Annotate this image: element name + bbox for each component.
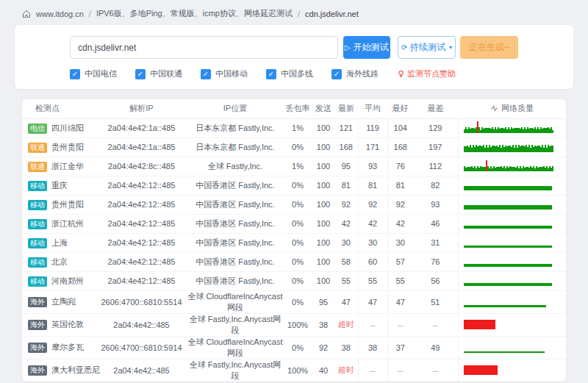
cell-node: 移动浙江杭州: [22, 214, 96, 233]
cell-sent: 40: [312, 359, 334, 382]
cell-average: 55: [358, 271, 387, 290]
checkbox-checked-icon: ✓: [70, 69, 80, 79]
cell-ip-location: 中国香港区 Fastly,Inc.: [187, 176, 283, 195]
isp-badge: 移动: [28, 257, 47, 268]
cell-network-quality: [458, 336, 566, 359]
cell-worst: 93: [413, 195, 458, 214]
cell-average: 171: [358, 137, 387, 157]
table-header-row: 检测点解析IPIP位置丢包率发送最新平均最好最差网络质量: [22, 99, 566, 118]
filter-checkbox-0[interactable]: ✓中国电信: [70, 68, 117, 79]
cell-resolved-ip: 2a04:4e42:12::485: [96, 271, 187, 290]
generating-button[interactable]: 正在生成--: [460, 36, 518, 59]
cell-average: 119: [358, 118, 387, 137]
column-header-7: 最好: [387, 99, 413, 118]
table-row: 电信四川绵阳2a04:4e42:1a::485日本东京都 Fastly,Inc.…: [22, 118, 566, 137]
table-row: 联通贵州贵阳2a04:4e42:1a::485日本东京都 Fastly,Inc.…: [22, 137, 566, 157]
node-city: 浙江金华: [51, 162, 84, 171]
node-city: 四川绵阳: [51, 124, 84, 132]
cell-node: 移动河南郑州: [22, 271, 96, 290]
cell-sent: 100: [312, 137, 334, 157]
breadcrumb-category-link[interactable]: IPV6版、多地Ping、常规版、icmp协议、网络延迟测试: [96, 8, 293, 19]
sponsor-icon: [397, 70, 405, 78]
cell-best: 168: [387, 137, 413, 157]
table-row: 联通浙江金华2a04:4e42:8c::485全球 Fastly,Inc.1%1…: [22, 157, 566, 176]
cell-worst: --: [413, 313, 458, 336]
cell-ip-location: 全球 CloudflareIncAnycast网段: [187, 336, 283, 359]
filter-label: 中国联通: [150, 68, 182, 79]
cell-network-quality: [458, 176, 566, 195]
filter-checkbox-4[interactable]: ✓海外线路: [331, 68, 379, 79]
cell-node: 海外摩尔多瓦: [22, 336, 96, 359]
cell-latest: 92: [334, 195, 358, 214]
cell-network-quality: [458, 271, 566, 290]
cell-packet-loss: 0%: [283, 137, 312, 157]
sponsor-label: 监测节点赞助: [407, 68, 456, 79]
column-header-3: 丢包率: [283, 99, 312, 118]
filter-label: 中国多线: [281, 68, 313, 79]
cell-network-quality: [458, 118, 566, 137]
cell-resolved-ip: 2a04:4e42::485: [96, 359, 187, 382]
table-row: 移动河南郑州2a04:4e42:12::485中国香港区 Fastly,Inc.…: [22, 271, 566, 290]
node-city: 摩尔多瓦: [51, 343, 84, 351]
cell-average: 60: [358, 252, 387, 271]
network-quality-sparkline: [464, 140, 558, 154]
table-row: 海外英国伦敦2a04:4e42::485全球 Fastly,Inc.Anycas…: [22, 313, 566, 336]
cell-best: --: [387, 359, 413, 382]
cell-packet-loss: 0%: [283, 336, 312, 359]
cell-sent: 95: [312, 290, 334, 313]
cell-worst: 129: [413, 118, 458, 137]
chevron-down-icon: ▾: [449, 44, 452, 51]
cell-sent: 100: [312, 233, 334, 252]
column-header-0: 检测点: [22, 99, 96, 118]
cell-resolved-ip: 2a04:4e42:12::485: [96, 252, 187, 271]
network-quality-sparkline: [464, 296, 558, 309]
cell-ip-location: 全球 Fastly,Inc.Anycast网段: [187, 313, 283, 336]
cell-resolved-ip: 2a04:4e42:12::485: [96, 176, 187, 195]
cell-packet-loss: 0%: [283, 252, 312, 271]
cell-node: 海外英国伦敦: [22, 313, 96, 336]
continuous-test-button[interactable]: ⟳ 持续测试 ▾: [398, 36, 456, 59]
checkbox-checked-icon: ✓: [266, 69, 276, 79]
cell-worst: 197: [413, 137, 458, 157]
filter-label: 中国电信: [85, 68, 117, 79]
table-row: 移动北京2a04:4e42:12::485中国香港区 Fastly,Inc.0%…: [22, 252, 566, 271]
isp-badge: 移动: [28, 219, 47, 229]
cell-latest: 42: [334, 214, 358, 233]
filter-checkbox-3[interactable]: ✓中国多线: [266, 68, 313, 79]
breadcrumb-home-link[interactable]: www.itdog.cn: [36, 10, 84, 18]
cell-network-quality: [458, 195, 566, 214]
cell-node: 联通浙江金华: [22, 157, 96, 176]
isp-badge: 移动: [28, 276, 47, 287]
cell-sent: 92: [312, 336, 334, 359]
cell-best: 76: [387, 157, 413, 176]
isp-badge: 移动: [28, 238, 47, 248]
cell-worst: 76: [413, 252, 458, 271]
table-row: 海外澳大利亚悉尼2a04:4e42::485全球 Fastly,Inc.Anyc…: [22, 359, 566, 382]
filter-checkbox-1[interactable]: ✓中国联通: [135, 68, 182, 79]
cell-resolved-ip: 2a04:4e42:8c::485: [96, 157, 187, 176]
cell-network-quality: [458, 137, 566, 157]
start-test-button[interactable]: ▷ 开始测试: [343, 36, 390, 59]
cell-packet-loss: 1%: [283, 118, 312, 137]
cell-best: 104: [387, 118, 413, 137]
cell-sent: 100: [312, 157, 334, 176]
network-quality-sparkline: [464, 341, 558, 354]
table-row: 海外立陶宛2606:4700::6810:5514全球 CloudflareIn…: [22, 290, 566, 313]
sponsor-node-link[interactable]: 监测节点赞助: [397, 68, 456, 79]
node-city: 上海: [51, 238, 68, 247]
cell-resolved-ip: 2a04:4e42::485: [96, 313, 187, 336]
cell-latest: 58: [334, 252, 358, 271]
cell-worst: 31: [413, 233, 458, 252]
cell-resolved-ip: 2606:4700::6810:5914: [96, 336, 187, 359]
checkbox-checked-icon: ✓: [201, 69, 211, 79]
filter-checkbox-2[interactable]: ✓中国移动: [201, 68, 248, 79]
table-row: 移动重庆2a04:4e42:12::485中国香港区 Fastly,Inc.0%…: [22, 176, 566, 195]
network-quality-sparkline: [464, 236, 558, 249]
cell-node: 移动贵州贵阳: [22, 195, 96, 214]
cell-ip-location: 中国香港区 Fastly,Inc.: [187, 233, 283, 252]
cell-packet-loss: 0%: [283, 271, 312, 290]
host-input[interactable]: [70, 36, 338, 59]
network-quality-sparkline: [464, 274, 558, 287]
cell-average: --: [358, 359, 387, 382]
network-quality-sparkline: [464, 121, 558, 135]
